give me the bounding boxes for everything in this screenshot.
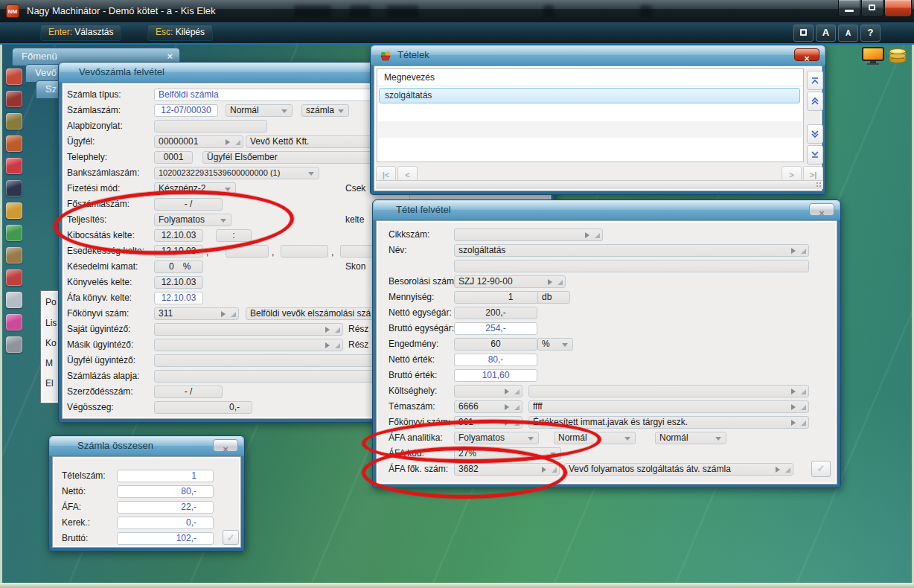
restore-window-button[interactable]: [793, 25, 814, 42]
field-cikkszam[interactable]: [454, 229, 603, 241]
field-tetelszam[interactable]: 1: [117, 470, 214, 482]
menu-icon[interactable]: [6, 91, 22, 107]
field-temaszam-kod[interactable]: 6666: [454, 400, 522, 413]
label-netto-egysegar: Nettó egységár:: [389, 307, 452, 319]
field-szamlaszam[interactable]: 12-07/00030: [154, 104, 218, 117]
field-ugyfel-kod[interactable]: 00000001: [154, 135, 243, 148]
field-afa-fok-kod[interactable]: 3682: [454, 463, 560, 476]
field-esedekesseg-3[interactable]: [281, 245, 328, 258]
osszesen-titlebar[interactable]: Számla összesen: [49, 436, 244, 456]
menu-icon[interactable]: [6, 158, 22, 174]
field-masik-ugyintezo[interactable]: [154, 339, 343, 351]
combo-afa-analitika-3[interactable]: Normál: [655, 432, 726, 444]
combo-teljesites[interactable]: Folyamatos: [154, 214, 231, 226]
field-sajat-ugyintezo[interactable]: [154, 323, 343, 336]
field-afa-fok-nev[interactable]: Vevő folyamatos szolgáltatás átv. számla: [564, 463, 793, 476]
field-kesedelmi-kamat[interactable]: 0%: [154, 261, 203, 273]
label-netto: Nettó:: [62, 485, 86, 498]
combo-afa-kod[interactable]: 27%: [454, 447, 561, 460]
field-fokonyvi-szam[interactable]: 311: [154, 307, 239, 320]
menu-icon[interactable]: [6, 135, 22, 152]
combo-afa-analitika-2[interactable]: Normál: [554, 432, 636, 444]
minimize-button[interactable]: [838, 0, 860, 17]
resize-grip-icon[interactable]: [816, 182, 822, 188]
monitor-icon[interactable]: [862, 47, 884, 65]
field-netto-ertek[interactable]: 80,-: [454, 354, 537, 366]
field-tetel-fokonyvi-nev[interactable]: Értékesített immat.javak és tárgyi eszk.: [528, 416, 809, 429]
menu-item-enter[interactable]: Enter: Választás: [40, 25, 121, 41]
field-alapbizonylat[interactable]: [154, 120, 267, 132]
field-vegosszeg[interactable]: 0,-: [154, 401, 252, 414]
field-esedekesseg-2[interactable]: [226, 245, 269, 258]
field-afa-konyv-kelte[interactable]: 12.10.03: [154, 292, 203, 304]
coins-database-icon[interactable]: [887, 45, 908, 65]
field-temaszam-nev[interactable]: ffff: [528, 400, 809, 413]
tetel-titlebar[interactable]: Tétel felvétel: [373, 200, 840, 220]
field-konyveles-kelte[interactable]: 12.10.03: [154, 276, 203, 289]
menu-icon[interactable]: [6, 336, 22, 353]
menu-item-esc[interactable]: Esc: Kilépés: [147, 25, 213, 41]
field-brutto-egysegar[interactable]: 254,-: [454, 322, 537, 335]
osszesen-close-button[interactable]: [213, 439, 238, 452]
field-brutto[interactable]: 102,-: [117, 532, 214, 545]
close-button[interactable]: [884, 0, 912, 17]
label-vegosszeg: Végösszeg:: [67, 401, 114, 414]
combo-szamla-fajta[interactable]: számla: [301, 104, 349, 117]
field-kibocsatas-ido[interactable]: :: [216, 229, 252, 242]
menu-icon[interactable]: [6, 202, 22, 219]
field-telephely-kod[interactable]: 0001: [154, 151, 193, 164]
tetel-close-button[interactable]: [809, 203, 834, 216]
combo-bankszamlaszam[interactable]: 102002322931539600000000 (1): [154, 167, 319, 179]
label-brutto-ertek: Bruttó érték:: [389, 369, 437, 382]
menu-icon[interactable]: [6, 180, 22, 196]
menu-icon[interactable]: [6, 269, 22, 286]
field-netto[interactable]: 80,-: [117, 485, 214, 498]
field-tetel-fokonyvi-kod[interactable]: 961: [454, 416, 522, 429]
tetelek-close-button[interactable]: [794, 48, 819, 61]
tetel-confirm-button[interactable]: [811, 461, 831, 477]
maximize-button[interactable]: [861, 0, 883, 17]
field-netto-egysegar[interactable]: 200,-: [454, 307, 537, 319]
field-koltseghely-nev[interactable]: [528, 385, 809, 397]
field-szerzodesszam[interactable]: - /: [154, 386, 223, 398]
lookup-arrow-icon: [505, 404, 509, 410]
menu-icon[interactable]: [6, 292, 22, 308]
field-esedekesseg-1[interactable]: 12.10.03: [154, 245, 203, 258]
combo-fizetesi-mod[interactable]: Készpénz-2: [154, 182, 236, 195]
field-kerek[interactable]: 0,-: [117, 517, 214, 529]
field-engedmeny[interactable]: 60: [454, 338, 537, 351]
combo-engedmeny-egyseg[interactable]: %: [537, 338, 573, 351]
field-kibocsatas-kelte[interactable]: 12.10.03: [154, 229, 203, 242]
help-button[interactable]: ?: [860, 25, 881, 42]
combo-szamlaszam-tipus[interactable]: Normál: [226, 104, 293, 117]
page-down-button[interactable]: [807, 124, 823, 144]
menu-icon[interactable]: [6, 68, 22, 85]
field-koltseghely-kod[interactable]: [454, 385, 522, 397]
osszesen-confirm-button[interactable]: [223, 530, 239, 545]
menu-icon[interactable]: [6, 225, 22, 241]
field-foszamlaszam[interactable]: - /: [154, 198, 223, 211]
field-nev-2[interactable]: [454, 260, 809, 272]
titlebar-glass-blur: [387, 5, 418, 17]
hidden-label: M: [45, 358, 53, 368]
field-besorolasi-szam[interactable]: SZJ 12-90-00: [454, 275, 566, 288]
tetelek-titlebar[interactable]: Tételek: [371, 45, 825, 65]
font-larger-button[interactable]: A: [816, 25, 836, 42]
font-smaller-button[interactable]: A: [838, 25, 858, 42]
scroll-to-bottom-button[interactable]: [807, 145, 823, 164]
field-brutto-ertek[interactable]: 101,60: [454, 369, 537, 382]
page-up-button[interactable]: [807, 92, 823, 111]
label-foszamlaszam: Főszámlaszám:: [67, 198, 130, 211]
label-konyveles-kelte: Könyvelés kelte:: [67, 276, 132, 289]
scroll-to-top-button[interactable]: [807, 71, 823, 90]
field-afa[interactable]: 22,-: [117, 501, 214, 514]
field-mennyiseg-egyseg[interactable]: db: [537, 291, 570, 304]
menu-icon[interactable]: [6, 314, 22, 330]
window-frame-bottom[interactable]: [0, 583, 914, 588]
menu-icon[interactable]: [6, 113, 22, 130]
list-row-selected[interactable]: szolgáltatás: [379, 88, 800, 103]
field-nev[interactable]: szolgáltatás: [454, 244, 809, 257]
menu-icon[interactable]: [6, 247, 22, 263]
basket-icon: [380, 49, 392, 68]
combo-afa-analitika-1[interactable]: Folyamatos: [454, 432, 539, 444]
